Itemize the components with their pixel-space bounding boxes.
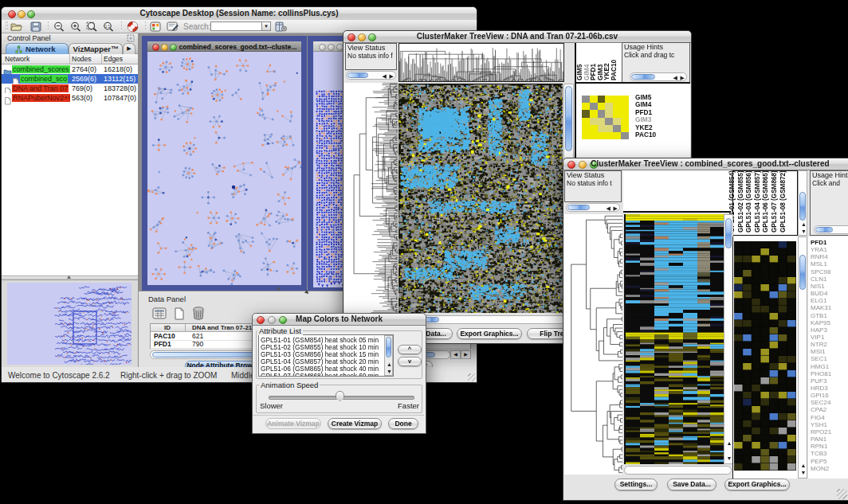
tv1-status-scroll-right[interactable]: ▶ xyxy=(390,73,394,79)
frame1-titlebar[interactable]: combined_scores_good.txt--cluste... xyxy=(147,41,301,52)
tv1-heatmap-vscroll-thumb[interactable] xyxy=(565,86,572,151)
attribute-list-scroll-up[interactable]: ▲ xyxy=(387,361,392,367)
tv1-column-dendrogram[interactable] xyxy=(398,43,564,82)
open-file-icon[interactable] xyxy=(10,21,22,32)
frame2-minimize-button[interactable] xyxy=(328,44,335,51)
network-row[interactable]: RNAPuberNov2+!563(0)107847(0) xyxy=(2,93,138,103)
float-panel-icon[interactable] xyxy=(127,34,135,42)
dialog-titlebar[interactable]: Map Colors to Network xyxy=(253,314,426,326)
move-down-button[interactable]: v xyxy=(398,357,422,366)
attribute-table-icon[interactable] xyxy=(151,307,167,321)
network-row[interactable]: DNA and Tran 07769(0)183728(0) xyxy=(2,84,138,93)
tab-overflow-button[interactable]: ▶ xyxy=(123,43,135,54)
tv2-column-label: GPL51-06 (GSM865) xyxy=(762,170,769,232)
tv1-row-dendrogram[interactable] xyxy=(344,83,398,313)
tv2-resize-grip[interactable] xyxy=(837,489,847,499)
data-row-value: 621 xyxy=(192,332,203,340)
delete-attribute-icon[interactable] xyxy=(191,306,206,321)
tv2-status-scroll-thumb[interactable] xyxy=(567,205,590,210)
tv1-zoom-heatmap[interactable] xyxy=(582,96,629,139)
toolbar-separator xyxy=(48,21,49,31)
network-row[interactable]: combined_sco2569(6)13112(15) xyxy=(2,74,138,84)
frame1-minimize-button[interactable] xyxy=(161,44,168,51)
tv2-heatmap-scroll-up[interactable]: ▲ xyxy=(727,440,732,446)
tv1-hints-scroll-thumb[interactable] xyxy=(631,74,655,80)
tv2-zoom-heatmap[interactable] xyxy=(734,241,796,471)
life-ring-icon[interactable] xyxy=(127,21,139,33)
network-frame-1[interactable]: combined_scores_good.txt--cluste... xyxy=(142,36,307,291)
tv1-status-scroll-left[interactable]: ◀ xyxy=(383,73,387,79)
main-titlebar[interactable]: Cytoscape Desktop (Session Name: collins… xyxy=(2,7,477,21)
animate-vizmap-button[interactable]: Animate Vizmap xyxy=(265,418,321,429)
filter-table-icon[interactable] xyxy=(275,21,287,32)
tv1-hints-scrollbar[interactable]: ◀ ▶ xyxy=(630,72,687,81)
data-column-id[interactable]: ID xyxy=(151,324,184,331)
tv2-row-label: MSL1 xyxy=(811,260,827,268)
network-column-edges[interactable]: Edges xyxy=(104,55,137,63)
vizmapper-icon[interactable] xyxy=(150,21,161,32)
tab-network[interactable]: Network xyxy=(6,43,69,54)
tv2-hints-scroll-thumb[interactable] xyxy=(815,227,833,232)
main-resize-grip[interactable] xyxy=(468,373,476,381)
tv1-heatmap[interactable] xyxy=(398,84,563,313)
tv2-zoom-vscrollbar[interactable]: ▲ ▼ xyxy=(798,236,807,479)
tv2-collabel-scroll-thumb[interactable] xyxy=(799,192,806,221)
network-edges: 183728(0) xyxy=(104,84,136,92)
frame2-close-button[interactable] xyxy=(319,44,326,51)
tv2-zoom-scroll-up[interactable]: ▲ xyxy=(801,463,807,468)
tv2-status-scroll-left[interactable]: ◀ xyxy=(607,205,610,211)
tv1-status-scroll-thumb[interactable] xyxy=(347,72,368,78)
tv2-column-dendrogram[interactable] xyxy=(623,170,731,213)
attribute-list-scroll-thumb[interactable] xyxy=(386,337,391,357)
done-button[interactable]: Done xyxy=(388,418,418,429)
tv2-save-data-button[interactable]: Save Data... xyxy=(667,479,716,490)
zoom-fit-icon[interactable] xyxy=(86,21,98,33)
network-column-nodes[interactable]: Nodes xyxy=(72,55,102,63)
save-icon[interactable] xyxy=(30,21,41,32)
tv1-export-graphics-button[interactable]: Export Graphics... xyxy=(457,328,522,339)
tv2-collabel-scrollbar[interactable]: ▲ ▼ xyxy=(798,170,807,236)
tv2-status-scroll-right[interactable]: ▶ xyxy=(614,205,618,211)
annotation-icon[interactable] xyxy=(167,21,179,32)
tv2-collabel-scroll-down[interactable]: ▼ xyxy=(801,229,807,234)
tv2-zoom-scroll-down[interactable]: ▼ xyxy=(801,470,807,475)
tv2-export-graphics-button[interactable]: Export Graphics... xyxy=(724,479,790,490)
data-scroll-right-arrow[interactable]: ▶ xyxy=(461,350,471,359)
tv1-hints-scroll-left[interactable]: ◀ xyxy=(673,75,677,80)
attribute-item[interactable]: GPL51-07 (GSM868) heat shock 60 min xyxy=(261,372,379,377)
data-column-attr[interactable]: DNA and Tran 07-21-06 xyxy=(192,324,261,331)
zoom-out-icon[interactable] xyxy=(53,21,65,33)
network-view-1[interactable] xyxy=(147,52,301,285)
network-column-network[interactable]: Network xyxy=(5,55,69,63)
tv2-settings-button[interactable]: Settings... xyxy=(614,479,658,490)
treeview1-titlebar[interactable]: ClusterMaker TreeView : DNA and Tran 07-… xyxy=(344,31,691,43)
create-vizmap-button[interactable]: Create Vizmap xyxy=(328,418,382,429)
zoom-selected-icon[interactable]: 1:1 xyxy=(103,21,114,33)
data-column-separator xyxy=(185,324,186,332)
tv2-heatmap-scroll-down[interactable]: ▼ xyxy=(727,455,732,461)
attribute-list-scrollbar[interactable]: ▲ ▼ xyxy=(384,335,393,376)
search-input[interactable] xyxy=(210,21,265,31)
move-up-button[interactable]: ^ xyxy=(398,345,422,354)
tv1-status-scrollbar[interactable]: ◀ ▶ xyxy=(346,71,396,80)
network-row[interactable]: combined_scores2764(0)16218(0) xyxy=(2,64,138,74)
tv2-hints-scrollbar[interactable] xyxy=(814,225,848,234)
network-view-2[interactable] xyxy=(313,88,345,287)
tv2-zoom-vscroll-thumb[interactable] xyxy=(799,255,806,290)
tv1-hints-scroll-right[interactable]: ▶ xyxy=(681,75,685,80)
search-dropdown-button[interactable]: ▼ xyxy=(261,21,271,31)
zoom-in-icon[interactable] xyxy=(70,21,81,33)
treeview2-titlebar[interactable]: ClusterMaker TreeView : combined_scores_… xyxy=(563,158,848,170)
tv2-collabel-scroll-up[interactable]: ▲ xyxy=(801,221,807,227)
tv2-heatmap[interactable] xyxy=(624,214,724,464)
tv2-status-scrollbar[interactable]: ◀ ▶ xyxy=(566,203,620,212)
attribute-list-scroll-down[interactable]: ▼ xyxy=(387,369,392,374)
tab-vizmapper[interactable]: VizMapper™ xyxy=(69,43,123,54)
tv2-row-dendrogram[interactable] xyxy=(564,214,622,475)
birdseye-view[interactable] xyxy=(7,283,132,365)
frame1-close-button[interactable] xyxy=(152,44,159,51)
tv2-heatmap-hscrollbar[interactable] xyxy=(624,466,732,475)
data-scroll-left-arrow[interactable]: ◀ xyxy=(450,350,461,359)
tv2-heatmap-vscroll-thumb[interactable] xyxy=(725,218,732,248)
new-attribute-icon[interactable] xyxy=(172,307,186,321)
